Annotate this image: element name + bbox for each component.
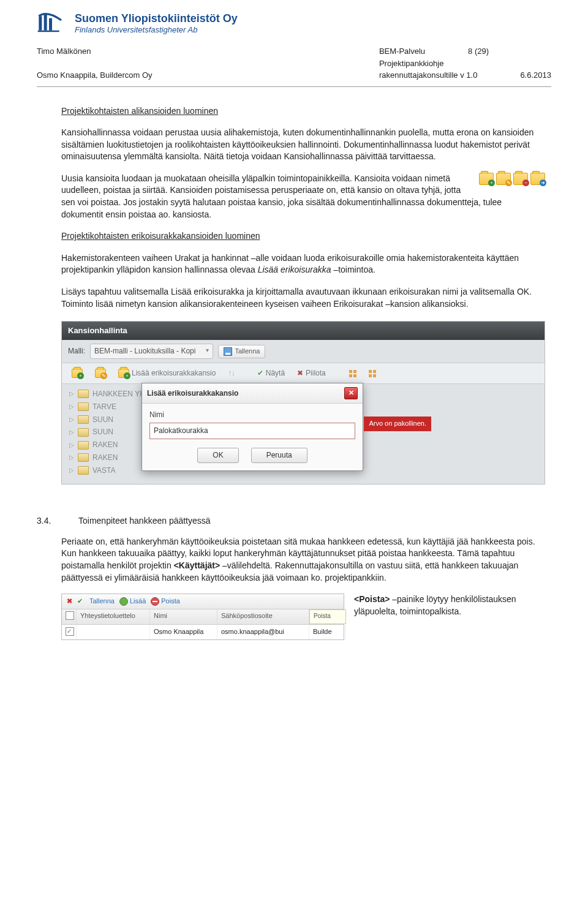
tb-folder-add[interactable]: + xyxy=(68,368,86,379)
doc-subtitle: Projektipankkiohje xyxy=(379,58,551,70)
document-header: Timo Mälkönen Osmo Knaappila, Buildercom… xyxy=(37,45,551,87)
folder-remove-icon: − xyxy=(513,173,528,185)
tb-add-special-folder[interactable]: + Lisää erikoisurakkakansio xyxy=(115,367,219,380)
folder-toolbar-icons: + ✎ − ➔ xyxy=(479,173,545,185)
grid-icon xyxy=(349,370,356,377)
dialog-ok-button[interactable]: OK xyxy=(197,448,238,463)
window-title: Kansionhallinta xyxy=(62,322,545,340)
save-icon xyxy=(224,347,232,356)
col-name: Nimi xyxy=(150,609,217,624)
malli-dropdown[interactable]: BEM-malli - Luokituksilla - Kopi xyxy=(90,344,213,359)
folder-icon xyxy=(78,428,89,437)
malli-label: Malli: xyxy=(68,346,85,356)
paragraph-subfolders-2: + ✎ − ➔ Uusia kansioita luodaan ja muoka… xyxy=(61,173,545,221)
plus-icon xyxy=(119,597,128,606)
svg-rect-2 xyxy=(49,18,52,31)
tb-x[interactable]: ✖ xyxy=(67,597,72,606)
checkbox-row[interactable] xyxy=(66,627,74,636)
cell-name: Osmo Knaappila xyxy=(150,625,217,639)
tb-tallenna[interactable]: Tallenna xyxy=(88,597,115,606)
col-contacts: Yhteystietoluettelo xyxy=(77,609,150,624)
folder-icon xyxy=(78,402,89,411)
company-logo: Suomen Yliopistokiinteistöt Oy Finlands … xyxy=(37,12,551,34)
cell-email: osmo.knaappila@bui xyxy=(217,625,309,639)
folder-icon xyxy=(78,441,89,450)
tb-grid[interactable] xyxy=(345,369,360,379)
section-title: Toimenpiteet hankkeen päättyessä xyxy=(78,515,211,527)
heading-special: Projektikohtaisten erikoisurakkakansioid… xyxy=(61,231,260,241)
required-badge: Arvo on pakollinen. xyxy=(364,417,431,431)
logo-text-sv: Finlands Universitetsfastigheter Ab xyxy=(75,25,238,34)
svg-rect-3 xyxy=(38,31,59,32)
table-header: Yhteystietoluettelo Nimi Sähköpostiosoit… xyxy=(62,609,344,625)
doc-version: rakennuttajakonsultille v 1.0 xyxy=(379,69,477,81)
table-row[interactable]: Osmo Knaappila osmo.knaappila@bui Builde xyxy=(62,625,344,639)
dialog-field-label: Nimi xyxy=(149,410,355,420)
svg-rect-1 xyxy=(44,14,47,31)
tallenna-button[interactable]: Tallenna xyxy=(218,345,265,358)
tb-poista[interactable]: Poista xyxy=(151,597,180,606)
paragraph-special-2: Lisäys tapahtuu valitsemalla Lisää eriko… xyxy=(61,286,545,310)
folder-icon xyxy=(78,415,89,424)
folder-move-icon: ➔ xyxy=(530,173,545,185)
folder-icon xyxy=(78,453,89,462)
close-icon[interactable]: ✕ xyxy=(344,387,358,399)
tb-grid2[interactable] xyxy=(365,369,380,379)
tb-accept[interactable]: ✔ xyxy=(77,597,83,606)
folder-add-icon: + xyxy=(479,173,494,185)
section-number: 3.4. xyxy=(37,515,61,527)
dialog-name-input[interactable]: Palokatkourakka xyxy=(149,423,355,439)
logo-mark-icon xyxy=(37,12,67,34)
section-34-paragraph: Periaate on, että hankeryhmän käyttöoike… xyxy=(61,536,545,584)
tb-piilota[interactable]: ✖Piilota xyxy=(293,367,330,380)
dialog-add-special-folder: Lisää erikoisurakkakansio ✕ Nimi Palokat… xyxy=(141,383,363,470)
col-email: Sähköpostiosoite xyxy=(217,609,309,624)
screenshot-kansionhallinta: Kansionhallinta Malli: BEM-malli - Luoki… xyxy=(61,321,545,485)
author-1: Timo Mälkönen xyxy=(37,45,153,58)
cell-company: Builde xyxy=(309,625,346,639)
col-hover-tooltip: Poista xyxy=(309,609,346,624)
author-2: Osmo Knaappila, Buildercom Oy xyxy=(37,69,153,81)
side-note-poista: <Poista> –painike löytyy henkilölistauks… xyxy=(354,594,545,617)
doc-date: 6.6.2013 xyxy=(520,69,551,81)
minus-icon xyxy=(151,597,159,606)
grid-icon-2 xyxy=(369,370,376,377)
heading-subfolders: Projektikohtaisten alikansioiden luomine… xyxy=(61,106,218,116)
tb-arrows[interactable]: ↑ ↓ xyxy=(224,367,237,380)
tb-folder-edit[interactable]: ✎ xyxy=(91,368,110,379)
page-number: 8 (29) xyxy=(468,45,489,58)
screenshot-users-toolbar: ✖ ✔ Tallenna Lisää Poista Yhteystietolue… xyxy=(61,594,344,640)
folder-icon xyxy=(78,466,89,475)
checkbox-all[interactable] xyxy=(66,611,74,620)
dialog-cancel-button[interactable]: Peruuta xyxy=(251,448,307,463)
dialog-title: Lisää erikoisurakkakansio xyxy=(147,388,238,399)
paragraph-subfolders-1: Kansiohallinnassa voidaan perustaa uusia… xyxy=(61,127,545,163)
paragraph-special-1: Hakemistorakenteen vaiheen Urakat ja han… xyxy=(61,252,545,276)
tb-lisaa[interactable]: Lisää xyxy=(119,597,146,606)
logo-text-fi: Suomen Yliopistokiinteistöt Oy xyxy=(75,12,238,25)
tb-nayta[interactable]: ✔Näytä xyxy=(254,367,288,380)
doc-service: BEM-Palvelu xyxy=(379,45,425,58)
section-heading-3-4: 3.4. Toimenpiteet hankkeen päättyessä xyxy=(61,515,545,527)
folder-edit-icon: ✎ xyxy=(496,173,511,185)
svg-rect-0 xyxy=(39,16,42,30)
folder-icon xyxy=(78,390,89,398)
